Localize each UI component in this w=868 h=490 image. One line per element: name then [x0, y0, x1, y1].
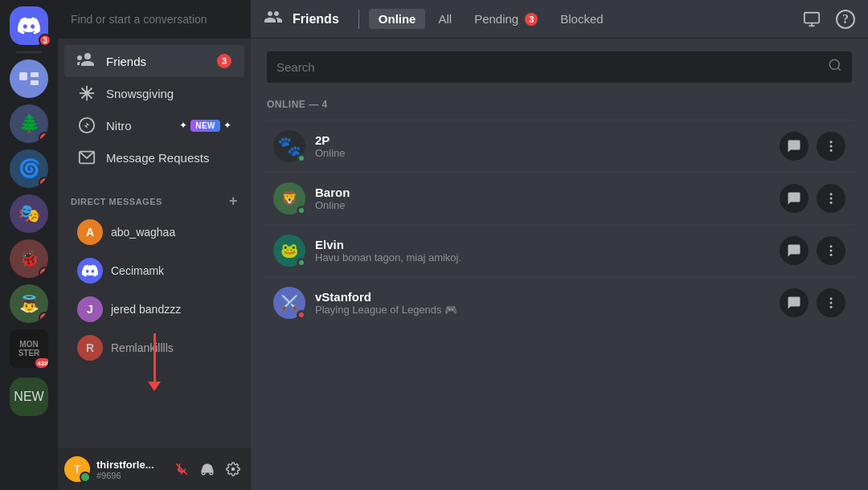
friend-info: Elvin Havu bonan tagon, miaj amikoj. — [315, 238, 780, 263]
find-conversation-placeholder: Find or start a conversation — [71, 13, 207, 26]
friends-list: 🐾 2P Online — [267, 120, 852, 329]
server-badge: 2 — [39, 267, 48, 278]
snowsgiving-label: Snowsgiving — [106, 87, 174, 100]
discord-badge: 3 — [39, 34, 51, 47]
dm-sidebar: Find or start a conversation Friends 3 — [58, 0, 251, 490]
friend-item[interactable]: 🐸 Elvin Havu bonan tagon, miaj amikoj. — [260, 224, 858, 276]
server-icon[interactable] — [10, 59, 48, 98]
status-indicator — [297, 153, 306, 163]
friend-item[interactable]: 🐾 2P Online — [260, 120, 858, 172]
friend-actions — [780, 236, 845, 265]
dm-username: abo_waghaa — [111, 226, 175, 239]
main-content: Friends Online All Pending 3 Blocked ? — [251, 0, 868, 490]
friends-header-icon — [264, 7, 283, 31]
nav-nitro[interactable]: Nitro ✦ NEW ✦ — [64, 109, 244, 141]
server-icon[interactable]: 🌲 1 — [10, 104, 48, 143]
message-requests-icon — [77, 148, 96, 167]
svg-rect-12 — [805, 12, 819, 22]
message-button[interactable] — [780, 236, 809, 265]
search-box[interactable] — [267, 51, 852, 83]
dm-username: Cecimamk — [111, 264, 164, 277]
more-options-button[interactable] — [817, 184, 845, 213]
dm-user-item[interactable]: Cecimamk — [64, 251, 244, 290]
user-info: thirstforle... #9696 — [96, 459, 164, 480]
svg-point-18 — [830, 145, 833, 148]
more-options-button[interactable] — [817, 236, 845, 265]
friend-actions — [780, 132, 845, 161]
sparkle-icon: ✦ — [179, 120, 187, 131]
friend-name: Baron — [315, 186, 780, 199]
status-indicator — [297, 206, 306, 215]
more-options-button[interactable] — [817, 288, 845, 317]
tab-blocked[interactable]: Blocked — [551, 9, 612, 29]
server-icon[interactable]: NEW — [10, 378, 48, 416]
svg-point-24 — [830, 250, 833, 252]
friend-avatar: ⚔️ — [273, 287, 305, 319]
monitor-icon[interactable] — [800, 8, 823, 31]
friend-avatar: 🦁 — [273, 182, 305, 214]
dm-avatar: J — [77, 296, 103, 322]
discord-home-button[interactable]: 3 — [10, 6, 48, 45]
direct-messages-label: DIRECT MESSAGES — [71, 197, 162, 206]
dm-avatar: A — [77, 219, 103, 245]
add-dm-button[interactable]: + — [229, 193, 238, 210]
server-icon[interactable]: 🌀 1 — [10, 149, 48, 188]
dm-username: jered bandzzz — [111, 303, 181, 316]
friend-item[interactable]: 🦁 Baron Online — [260, 172, 858, 224]
friend-item[interactable]: ⚔️ vStanford Playing League of Legends 🎮 — [260, 276, 858, 329]
server-divider — [16, 51, 42, 53]
svg-point-17 — [830, 141, 833, 143]
more-options-button[interactable] — [817, 132, 845, 161]
nav-snowsgiving[interactable]: Snowsgiving — [64, 77, 244, 109]
tab-all[interactable]: All — [428, 9, 461, 29]
svg-point-22 — [830, 202, 833, 204]
svg-point-11 — [231, 468, 235, 472]
friends-label: Friends — [106, 55, 146, 68]
friend-avatar: 🐾 — [273, 130, 305, 162]
message-button[interactable] — [780, 184, 809, 213]
tab-pending[interactable]: Pending 3 — [465, 9, 547, 29]
message-requests-label: Message Requests — [106, 151, 209, 165]
search-icon — [828, 58, 842, 76]
dm-avatar — [77, 258, 103, 284]
server-icon[interactable]: 🐞 2 — [10, 239, 48, 278]
sparkle-icon: ✦ — [223, 120, 231, 131]
tab-online[interactable]: Online — [369, 9, 426, 29]
mute-button[interactable] — [170, 458, 193, 480]
server-icon[interactable]: 👼 1 — [10, 284, 48, 323]
friends-icon — [77, 51, 96, 71]
status-indicator — [297, 310, 306, 320]
friend-actions — [780, 184, 845, 213]
user-tag: #9696 — [96, 471, 164, 480]
friend-name: 2P — [315, 133, 780, 147]
pending-badge: 3 — [525, 13, 538, 26]
snowsgiving-icon — [77, 84, 96, 103]
svg-point-25 — [830, 254, 833, 256]
server-icon[interactable]: 🎭 — [10, 194, 48, 233]
dm-avatar: R — [77, 335, 103, 361]
svg-point-19 — [830, 149, 833, 152]
friend-actions — [780, 288, 845, 317]
help-icon[interactable]: ? — [836, 10, 855, 29]
svg-point-27 — [830, 302, 833, 304]
dm-user-item[interactable]: J jered bandzzz — [64, 290, 244, 329]
find-conversation-bar[interactable]: Find or start a conversation — [58, 0, 251, 39]
server-icon[interactable]: MONSTER 438 — [10, 329, 48, 368]
headphones-button[interactable] — [196, 458, 219, 480]
dm-nav: Friends 3 Snowsgiving — [58, 39, 251, 180]
friend-name: Elvin — [315, 238, 780, 251]
nav-friends[interactable]: Friends 3 — [64, 45, 244, 77]
svg-point-21 — [830, 198, 833, 200]
message-button[interactable] — [780, 132, 809, 161]
friend-info: Baron Online — [315, 186, 780, 211]
search-input[interactable] — [276, 60, 828, 74]
svg-point-26 — [830, 297, 833, 300]
settings-button[interactable] — [222, 458, 244, 480]
nav-message-requests[interactable]: Message Requests — [64, 141, 244, 174]
server-badge: 1 — [39, 312, 48, 323]
dm-username: Remlankilllls — [111, 341, 174, 354]
nitro-new-badge: ✦ NEW ✦ — [179, 120, 231, 132]
message-button[interactable] — [780, 288, 809, 317]
dm-user-item[interactable]: A abo_waghaa — [64, 213, 244, 251]
svg-point-23 — [830, 245, 833, 247]
